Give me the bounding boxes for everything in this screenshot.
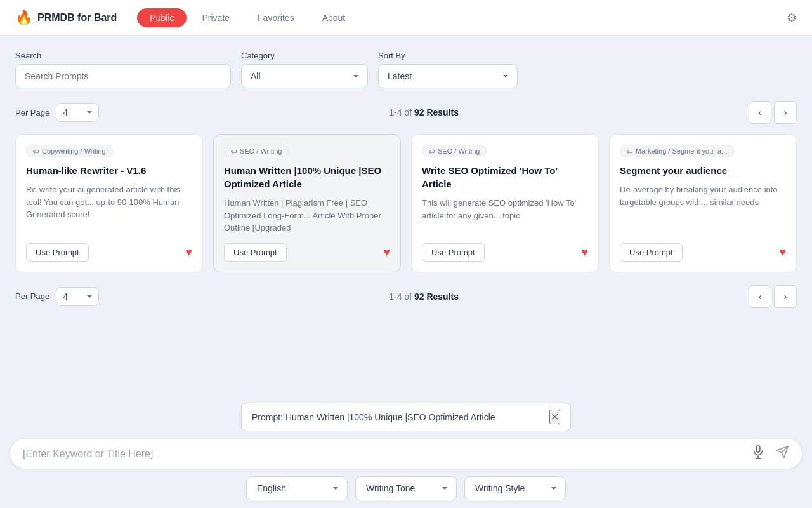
app-title: PRMDB for Bard xyxy=(37,12,117,23)
use-prompt-btn-4[interactable]: Use Prompt xyxy=(620,243,683,262)
logo-area: 🔥 PRMDB for Bard xyxy=(15,10,117,26)
tag-icon-2: 🏷 xyxy=(231,148,237,155)
tag-icon-3: 🏷 xyxy=(429,148,435,155)
card-2: 🏷 SEO / Writing Human Written |100% Uniq… xyxy=(213,134,401,272)
tag-icon-1: 🏷 xyxy=(33,148,39,155)
cards-grid: 🏷 Copywriting / Writing Human-like Rewri… xyxy=(15,134,797,272)
prompt-bar-close-btn[interactable]: ✕ xyxy=(549,410,560,424)
prompt-bar-text: Prompt: Human Written |100% Unique |SEO … xyxy=(252,412,495,422)
results-count-bottom: 92 Results xyxy=(414,291,459,302)
card-3-title: Write SEO Optimized 'How To' Article xyxy=(422,164,588,190)
per-page-select-bottom[interactable]: 4 8 12 16 xyxy=(56,287,99,306)
card-1-title: Human-like Rewriter - V1.6 xyxy=(26,164,192,177)
favorite-btn-3[interactable]: ♥ xyxy=(581,246,588,259)
prompt-bar-wrapper: Prompt: Human Written |100% Unique |SEO … xyxy=(0,403,812,431)
flame-icon: 🔥 xyxy=(15,10,32,26)
per-page-group-top: Per Page 4 8 12 16 xyxy=(15,103,99,122)
use-prompt-btn-2[interactable]: Use Prompt xyxy=(224,243,287,262)
results-info-top: 1-4 of 92 Results xyxy=(99,107,749,117)
favorite-btn-2[interactable]: ♥ xyxy=(383,246,390,259)
filters-row: Search Category All SEO Writing Marketin… xyxy=(15,51,797,88)
card-4: 🏷 Marketing / Segment your a... Segment … xyxy=(609,134,797,272)
keyword-input[interactable] xyxy=(20,443,749,465)
per-page-select-top[interactable]: 4 8 12 16 xyxy=(56,103,99,122)
tab-private[interactable]: Private xyxy=(189,8,242,27)
writing-tone-select[interactable]: Writing Tone Formal Casual Friendly xyxy=(355,476,457,500)
per-page-label-bottom: Per Page xyxy=(15,291,49,301)
card-3: 🏷 SEO / Writing Write SEO Optimized 'How… xyxy=(411,134,599,272)
sortby-select[interactable]: Latest Popular Oldest xyxy=(378,64,518,88)
card-2-desc: Human Written | Plagiarism Free | SEO Op… xyxy=(224,197,390,234)
card-4-footer: Use Prompt ♥ xyxy=(620,243,786,262)
next-page-btn-top[interactable]: › xyxy=(774,101,797,124)
tab-about[interactable]: About xyxy=(310,8,358,27)
favorite-btn-1[interactable]: ♥ xyxy=(185,246,192,259)
per-page-label-top: Per Page xyxy=(15,108,49,117)
results-count-top: 92 Results xyxy=(414,107,459,117)
settings-icon[interactable]: ⚙ xyxy=(787,11,797,25)
prev-page-btn-bottom[interactable]: ‹ xyxy=(749,285,771,308)
tag-icon-4: 🏷 xyxy=(627,148,633,155)
search-label: Search xyxy=(15,51,231,60)
top-pagination-row: Per Page 4 8 12 16 1-4 of 92 Results ‹ › xyxy=(15,101,797,124)
card-1: 🏷 Copywriting / Writing Human-like Rewri… xyxy=(15,134,203,272)
language-select[interactable]: English Spanish French German xyxy=(246,476,348,500)
search-group: Search xyxy=(15,51,231,88)
card-4-title: Segment your audience xyxy=(620,164,786,177)
card-2-title: Human Written |100% Unique |SEO Optimize… xyxy=(224,164,390,190)
use-prompt-btn-1[interactable]: Use Prompt xyxy=(26,243,89,262)
pagination-btns-bottom: ‹ › xyxy=(749,285,797,308)
prompt-bar: Prompt: Human Written |100% Unique |SEO … xyxy=(241,403,571,431)
category-group: Category All SEO Writing Marketing Copyw… xyxy=(241,51,368,88)
per-page-group-bottom: Per Page 4 8 12 16 xyxy=(15,287,99,306)
card-2-footer: Use Prompt ♥ xyxy=(224,243,390,262)
bottom-options: English Spanish French German Writing To… xyxy=(0,469,812,500)
use-prompt-btn-3[interactable]: Use Prompt xyxy=(422,243,485,262)
sortby-group: Sort By Latest Popular Oldest xyxy=(378,51,518,88)
bottom-pagination-row: Per Page 4 8 12 16 1-4 of 92 Results ‹ › xyxy=(15,285,797,308)
next-page-btn-bottom[interactable]: › xyxy=(774,285,797,308)
card-1-desc: Re-write your ai-generated article with … xyxy=(26,184,192,234)
nav-tabs: Public Private Favorites About xyxy=(137,8,787,27)
favorite-btn-4[interactable]: ♥ xyxy=(779,246,786,259)
search-input[interactable] xyxy=(15,64,231,88)
main-content: Search Category All SEO Writing Marketin… xyxy=(0,36,812,308)
svg-rect-0 xyxy=(756,446,760,452)
card-4-desc: De-average by breaking your audience int… xyxy=(620,184,786,234)
tab-public[interactable]: Public xyxy=(137,8,187,27)
card-3-tag: 🏷 SEO / Writing xyxy=(422,145,487,157)
card-2-tag: 🏷 SEO / Writing xyxy=(224,145,289,157)
writing-style-select[interactable]: Writing Style Informative Persuasive Nar… xyxy=(464,476,566,500)
tab-favorites[interactable]: Favorites xyxy=(245,8,307,27)
sortby-label: Sort By xyxy=(378,51,518,60)
mic-button[interactable] xyxy=(749,443,768,465)
navbar: 🔥 PRMDB for Bard Public Private Favorite… xyxy=(0,0,812,36)
card-3-footer: Use Prompt ♥ xyxy=(422,243,588,262)
card-3-desc: This will generate SEO optimized 'How To… xyxy=(422,197,588,234)
card-1-tag: 🏷 Copywriting / Writing xyxy=(26,145,113,157)
keyword-input-wrapper xyxy=(10,439,802,469)
category-select[interactable]: All SEO Writing Marketing Copywriting xyxy=(241,64,368,88)
pagination-btns-top: ‹ › xyxy=(749,101,797,124)
category-label: Category xyxy=(241,51,368,60)
bottom-section: Prompt: Human Written |100% Unique |SEO … xyxy=(0,396,812,508)
send-button[interactable] xyxy=(773,443,792,465)
results-info-bottom: 1-4 of 92 Results xyxy=(99,291,749,302)
card-4-tag: 🏷 Marketing / Segment your a... xyxy=(620,145,734,157)
card-1-footer: Use Prompt ♥ xyxy=(26,243,192,262)
prev-page-btn-top[interactable]: ‹ xyxy=(749,101,771,124)
